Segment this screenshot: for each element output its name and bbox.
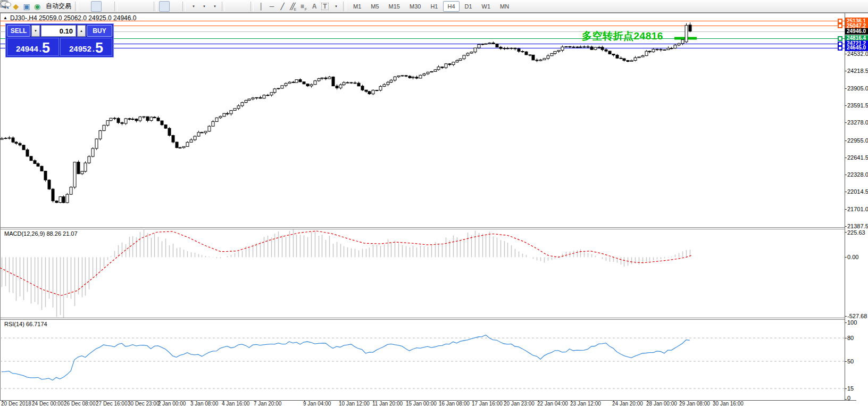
buy-price-main: 24952 [69, 45, 91, 53]
chevron-down-icon: ▼ [335, 5, 338, 8]
time-axis-label: 29 Jan 08:00 [679, 401, 710, 406]
rsi-scale-label: 15 [847, 385, 854, 392]
buy-price-dot: . [93, 45, 95, 53]
templates-button[interactable]: ▼ [209, 1, 220, 12]
data-window-button[interactable]: ▣ [21, 1, 32, 12]
timeframe-mn-button[interactable]: MN [496, 1, 513, 12]
label-tool-button[interactable]: T [320, 1, 330, 12]
trendline-icon: ╱ [280, 3, 284, 10]
chart-title-row: ▲ DJ30-,H4 25059.0 25062.0 24925.0 24946… [3, 14, 136, 22]
time-axis-label: 4 Jan 16:00 [222, 401, 249, 406]
volume-input[interactable]: 0.10 [41, 25, 76, 37]
shapes-tool-button[interactable]: ▼ [330, 1, 341, 12]
sell-price-main: 24944 [16, 45, 38, 53]
text-tool-button[interactable]: A [309, 1, 320, 12]
chart-canvas[interactable] [0, 0, 868, 406]
timeframe-m1-button[interactable]: M1 [349, 1, 365, 12]
spin-up-icon: ▲ [80, 29, 83, 32]
rsi-scale-label: 50 [847, 358, 854, 364]
autotrading-button[interactable]: 自动交易 [43, 1, 73, 12]
volume-down-button[interactable]: ▼ [31, 25, 40, 37]
text-tool-icon: A [312, 3, 317, 10]
navigator-icon: ◉ [34, 3, 40, 10]
chevron-down-icon: ▼ [213, 5, 216, 8]
sell-price-frac: 5 [42, 42, 50, 54]
chart-shift-button[interactable] [170, 1, 180, 12]
trendline-tool-button[interactable]: ╱ [277, 1, 288, 12]
sell-button[interactable]: SELL [7, 25, 30, 37]
candlestick-chart-type-button[interactable] [91, 1, 102, 12]
buy-price[interactable]: 24952 . 5 [60, 38, 112, 56]
time-axis-label: 2 Jan 00:00 [158, 401, 186, 406]
periods-button[interactable]: ▼ [198, 1, 209, 12]
time-axis-label: 20 Jan 23:00 [504, 401, 535, 406]
chevron-down-icon: ▼ [192, 5, 195, 8]
chevron-down-icon: ▼ [203, 5, 206, 8]
indicators-button[interactable]: ▼ [188, 1, 198, 12]
timeframe-w1-button[interactable]: W1 [478, 1, 495, 12]
price-tick-label: 22641.5 [847, 154, 868, 161]
timeframe-m15-button[interactable]: M15 [385, 1, 404, 12]
autotrading-label: 自动交易 [46, 2, 71, 11]
timeframes: M1M5M15M30H1H4D1W1MN [348, 1, 514, 12]
chart-title: DJ30-,H4 25059.0 25062.0 24925.0 24946.0 [10, 14, 137, 22]
macd-histogram [2, 229, 690, 318]
channel-sub-label: E [294, 7, 296, 11]
horizontal-line-tool-button[interactable]: ─ [266, 1, 277, 12]
rsi-level-lines [0, 338, 845, 388]
price-lines[interactable] [0, 19, 845, 50]
channel-tool-button[interactable]: ╱╱ E [288, 1, 298, 12]
time-axis-label: 30 Jan 16:00 [713, 401, 744, 406]
time-axis-label: 9 Jan 04:00 [303, 401, 331, 406]
cursor-tool-button[interactable] [227, 1, 238, 12]
crosshair-tool-button[interactable] [238, 1, 248, 12]
fibonacci-tool-button[interactable]: ≡ F [298, 1, 309, 12]
rsi-label: RSI(14) 66.7174 [4, 321, 47, 327]
time-axis-label: 17 Jan 16:00 [472, 401, 503, 406]
timeframe-h1-button[interactable]: H1 [426, 1, 442, 12]
time-axis-label: 11 Jan 20:00 [372, 401, 403, 406]
channel-icon: ╱╱ [290, 3, 293, 10]
time-axis-label: 20 Dec 2018 [1, 401, 31, 406]
toolbar-separator [182, 2, 186, 11]
navigator-button[interactable]: ◉ [32, 1, 43, 12]
time-axis-label: 23 Jan 12:00 [570, 401, 601, 406]
sell-price[interactable]: 24944 . 5 [7, 38, 59, 56]
line-chart-type-button[interactable] [102, 1, 112, 12]
data-window-icon: ▣ [23, 3, 30, 10]
volume-up-button[interactable]: ▲ [77, 25, 86, 37]
time-axis-label: 7 Jan 20:00 [254, 401, 281, 406]
timeframe-d1-button[interactable]: D1 [461, 1, 477, 12]
vertical-line-tool-button[interactable]: │ [256, 1, 266, 12]
time-axis-label: 28 Jan 00:00 [646, 401, 677, 406]
zoom-in-button[interactable] [120, 1, 130, 12]
buy-button[interactable]: BUY [87, 25, 112, 37]
price-line-label: 24645.0 [845, 45, 868, 51]
one-click-collapse-icon[interactable]: ▲ [3, 16, 7, 20]
pivot-annotation[interactable]: 多空转折点24816 [582, 29, 663, 43]
buy-price-frac: 5 [95, 42, 103, 54]
toolbar: 单 ◆ ▣ ◉ 自动交易 [0, 0, 868, 13]
timeframe-m5-button[interactable]: M5 [366, 1, 383, 12]
price-tick-label: 22014.5 [847, 188, 868, 195]
time-axis-label: 3 Jan 08:00 [190, 401, 218, 406]
price-tick-label: 22955.0 [847, 137, 868, 144]
tile-windows-button[interactable] [141, 1, 152, 12]
axis-ticks [3, 54, 847, 403]
macd-scale-label: 0.00 [847, 254, 858, 260]
macd-scale-label: 225.63 [847, 229, 865, 236]
timeframe-m30-button[interactable]: M30 [405, 1, 425, 12]
bar-chart-type-button[interactable] [80, 1, 91, 12]
time-axis-label: 24 Dec 00:00 [32, 401, 64, 406]
timeframe-h4-button[interactable]: H4 [443, 1, 459, 12]
spin-down-icon: ▼ [34, 29, 37, 32]
time-axis-label: 10 Jan 12:00 [339, 401, 370, 406]
market-watch-button[interactable]: ◆ [11, 1, 21, 12]
zoom-out-button[interactable] [130, 1, 141, 12]
price-tick-label: 23905.0 [847, 85, 868, 92]
rsi-scale-label: 0 [847, 395, 850, 401]
market-watch-icon: ◆ [13, 3, 19, 10]
auto-scroll-button[interactable] [159, 1, 170, 12]
price-tick-label: 24532.0 [847, 51, 868, 57]
price-tick-label: 21387.5 [847, 223, 868, 229]
